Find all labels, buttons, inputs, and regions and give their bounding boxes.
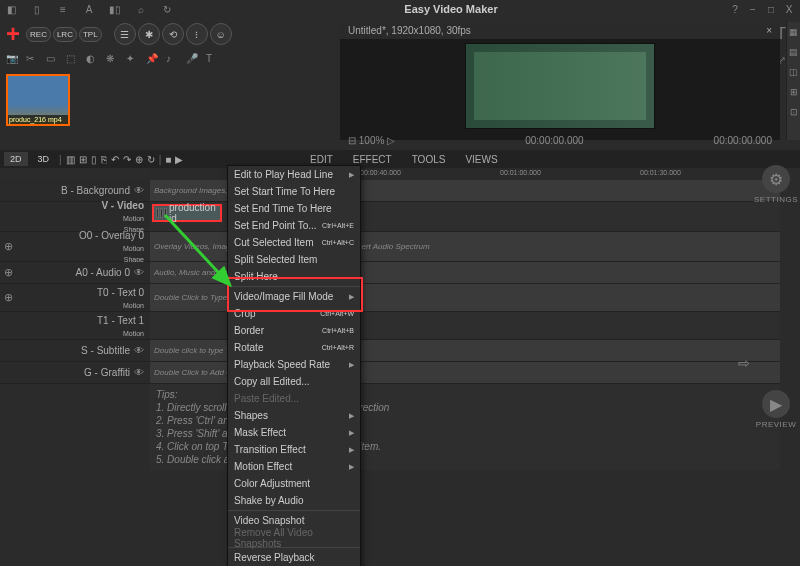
hdr-icon1[interactable]: ▥ xyxy=(66,154,75,165)
eye-icon[interactable]: 👁 xyxy=(134,267,144,278)
preview-close-icon[interactable]: × xyxy=(766,25,772,36)
context-menu: Edit to Play Head Line▶Set Start Time To… xyxy=(227,165,361,566)
time-left: 00:00:00.000 xyxy=(525,135,583,146)
list-icon[interactable]: ≡ xyxy=(56,2,70,16)
search-icon[interactable]: ⌕ xyxy=(134,2,148,16)
menu-item-paste-edited-: Paste Edited... xyxy=(228,390,360,407)
menu-item-transition-effect[interactable]: Transition Effect▶ xyxy=(228,441,360,458)
track-text0: ⊕T0 - Text 0Motion Double Click to Type … xyxy=(0,284,780,312)
camera-icon[interactable]: 📷 xyxy=(6,53,20,67)
menu-item-border[interactable]: BorderCtrl+Alt+B xyxy=(228,322,360,339)
menu-effect[interactable]: EFFECT xyxy=(353,154,392,165)
maximize-icon[interactable]: □ xyxy=(764,2,778,16)
add-track-icon[interactable]: ⊕ xyxy=(4,291,13,304)
menu-edit[interactable]: EDIT xyxy=(310,154,333,165)
tool4-icon[interactable]: ⊞ xyxy=(787,82,800,102)
track-subtitle: S - Subtitle👁 Double click to type Te... xyxy=(0,340,780,362)
txt-icon[interactable]: T xyxy=(206,53,220,67)
menu-item-color-adjustment[interactable]: Color Adjustment xyxy=(228,475,360,492)
person-tool-icon[interactable]: ☺ xyxy=(210,23,232,45)
pin-icon[interactable]: 📌 xyxy=(146,53,160,67)
tool3-icon[interactable]: ◫ xyxy=(787,62,800,82)
list-tool-icon[interactable]: ☰ xyxy=(114,23,136,45)
filter-icon[interactable]: ◐ xyxy=(86,53,100,67)
hdr-icon6[interactable]: ↷ xyxy=(123,154,131,165)
menu-item-shake-by-audio[interactable]: Shake by Audio xyxy=(228,492,360,509)
image-icon[interactable]: ▭ xyxy=(46,53,60,67)
add-button[interactable]: + xyxy=(6,20,20,48)
sparkle-icon[interactable]: ✦ xyxy=(126,53,140,67)
add-track-icon[interactable]: ⊕ xyxy=(4,240,13,253)
forward-icon[interactable]: ⇨ xyxy=(738,355,750,371)
tool2-icon[interactable]: ▤ xyxy=(787,42,800,62)
a-icon[interactable]: A xyxy=(82,2,96,16)
menu-item-remove-all-video-snapshots: Remove All Video Snapshots xyxy=(228,529,360,546)
menu-item-copy-all-edited-[interactable]: Copy all Edited... xyxy=(228,373,360,390)
menu-item-split-here[interactable]: Split Here xyxy=(228,268,360,285)
eye-icon[interactable]: 👁 xyxy=(134,185,144,196)
close-icon[interactable]: X xyxy=(782,2,796,16)
lrc-button[interactable]: LRC xyxy=(53,27,77,42)
preview-button[interactable]: ▶ PREVIEW xyxy=(756,390,796,429)
video-clip[interactable]: production id xyxy=(152,204,222,222)
side-buttons: ⚙ SETTINGS ▶ PREVIEW ◎ RENDER xyxy=(754,165,798,566)
menu-item-mask-effect[interactable]: Mask Effect▶ xyxy=(228,424,360,441)
hdr-icon4[interactable]: ⎘ xyxy=(101,154,107,165)
gear-tool-icon[interactable]: ✱ xyxy=(138,23,160,45)
crop2-icon[interactable]: ⬚ xyxy=(66,53,80,67)
hdr-icon8[interactable]: ↻ xyxy=(147,154,155,165)
track-audio: ⊕A0 - Audio 0👁 Audio, Music and Audio... xyxy=(0,262,780,284)
hdr-icon7[interactable]: ⊕ xyxy=(135,154,143,165)
cut-icon[interactable]: ✂ xyxy=(26,53,40,67)
eye-icon[interactable]: 👁 xyxy=(134,367,144,378)
menu-item-shapes[interactable]: Shapes▶ xyxy=(228,407,360,424)
menu-item-crop[interactable]: CropCtrl+Alt+W xyxy=(228,305,360,322)
leaf-icon[interactable]: ❋ xyxy=(106,53,120,67)
menu-item-set-end-point-to-[interactable]: Set End Point To...Ctrl+Alt+E xyxy=(228,217,360,234)
tool5-icon[interactable]: ⊡ xyxy=(787,102,800,122)
hdr-icon2[interactable]: ⊞ xyxy=(79,154,87,165)
settings-button[interactable]: ⚙ SETTINGS xyxy=(754,165,798,204)
play-icon[interactable]: ▷ xyxy=(387,135,395,146)
add-track-icon[interactable]: ⊕ xyxy=(4,266,13,279)
rec-button[interactable]: REC xyxy=(26,27,51,42)
menu-item-video-image-fill-mode[interactable]: Video/Image Fill Mode▶ xyxy=(228,288,360,305)
menu-views[interactable]: VIEWS xyxy=(465,154,497,165)
tab-2d[interactable]: 2D xyxy=(4,152,28,166)
menu-item-cut-selected-item[interactable]: Cut Selected ItemCtrl+Alt+C xyxy=(228,234,360,251)
mic-icon[interactable]: 🎤 xyxy=(186,53,200,67)
slider-tool-icon[interactable]: ⫶ xyxy=(186,23,208,45)
zoom-out-icon[interactable]: ⊟ xyxy=(348,135,356,146)
menu-item-set-end-time-to-here[interactable]: Set End Time To Here xyxy=(228,200,360,217)
menu-item-set-start-time-to-here[interactable]: Set Start Time To Here xyxy=(228,183,360,200)
book-icon[interactable]: ▯ xyxy=(30,2,44,16)
hdr-play-icon[interactable]: ▶ xyxy=(175,154,183,165)
help-icon[interactable]: ? xyxy=(728,2,742,16)
hdr-icon5[interactable]: ↶ xyxy=(111,154,119,165)
menu-item-split-selected-item[interactable]: Split Selected Item xyxy=(228,251,360,268)
menu-item-playback-speed-rate[interactable]: Playback Speed Rate▶ xyxy=(228,356,360,373)
refresh-icon[interactable]: ↻ xyxy=(160,2,174,16)
eye-icon[interactable]: 👁 xyxy=(134,345,144,356)
preview-title: Untitled*, 1920x1080, 30fps xyxy=(348,25,471,36)
menu-item-reverse-playback[interactable]: Reverse Playback xyxy=(228,549,360,566)
preview-panel: Untitled*, 1920x1080, 30fps× ⊟ 100% ▷ 00… xyxy=(340,22,780,140)
link-tool-icon[interactable]: ⟲ xyxy=(162,23,184,45)
tab-3d[interactable]: 3D xyxy=(32,152,56,166)
menu-tools[interactable]: TOOLS xyxy=(412,154,446,165)
tool1-icon[interactable]: ▦ xyxy=(787,22,800,42)
timeline-header: 2D 3D | ▥ ⊞ ▯ ⎘ ↶ ↷ ⊕ ↻ | ■ ▶ EDIT EFFEC… xyxy=(0,150,800,168)
menu-item-motion-effect[interactable]: Motion Effect▶ xyxy=(228,458,360,475)
tpl-button[interactable]: TPL xyxy=(79,27,102,42)
track-video: V - Video Motion Shape production id xyxy=(0,202,780,232)
time-right: 00:00:00.000 xyxy=(714,135,772,146)
hdr-icon3[interactable]: ▯ xyxy=(91,154,97,165)
media-thumbnail[interactable]: produc_216 mp4 xyxy=(6,74,70,126)
menu-item-rotate[interactable]: RotateCtrl+Alt+R xyxy=(228,339,360,356)
music-icon[interactable]: ♪ xyxy=(166,53,180,67)
hdr-stop-icon[interactable]: ■ xyxy=(165,154,171,165)
preview-video[interactable] xyxy=(465,43,655,129)
menu-item-edit-to-play-head-line[interactable]: Edit to Play Head Line▶ xyxy=(228,166,360,183)
minimize-icon[interactable]: − xyxy=(746,2,760,16)
columns-icon[interactable]: ▮▯ xyxy=(108,2,122,16)
